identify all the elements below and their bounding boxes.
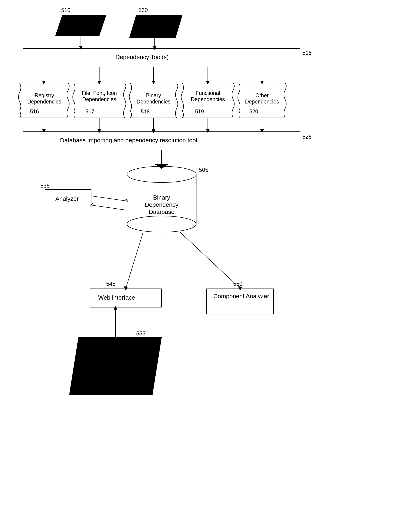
svg-marker-35 — [260, 129, 264, 133]
ref-520: 520 — [249, 109, 258, 115]
ref-525: 525 — [302, 134, 312, 140]
svg-marker-33 — [206, 129, 209, 133]
ref-545: 545 — [106, 281, 115, 287]
svg-marker-17 — [42, 81, 46, 84]
svg-marker-27 — [42, 129, 46, 133]
file-font-dep-label: File, Font, IconDependencies — [75, 90, 124, 103]
svg-line-40 — [92, 205, 127, 210]
svg-marker-13 — [79, 46, 82, 50]
svg-marker-29 — [98, 129, 101, 133]
svg-marker-25 — [260, 81, 264, 84]
svg-point-7 — [127, 216, 196, 232]
other-dep-label: OtherDependencies — [240, 92, 284, 105]
binary-dep-label: BinaryDependencies — [132, 92, 175, 105]
user-input-label: User Input(unresolveddependencies,depend… — [83, 349, 145, 385]
source-code-label: Source Code — [143, 19, 175, 33]
svg-marker-31 — [152, 129, 155, 133]
web-interface-label: Web interface — [98, 294, 135, 301]
svg-line-38 — [91, 196, 126, 201]
ref-518: 518 — [141, 109, 149, 115]
component-analyzer-label: Component Analyzer — [210, 293, 272, 300]
svg-marker-23 — [206, 81, 209, 84]
ref-530: 530 — [139, 7, 148, 13]
diagram: 510 530 Binaries Source Code 515 Depende… — [0, 0, 407, 532]
ref-516: 516 — [30, 109, 39, 115]
registry-dep-label: RegistryDependencies — [21, 92, 67, 105]
svg-line-44 — [180, 232, 240, 288]
db-import-tool-label: Database importing and dependency resolu… — [60, 137, 197, 144]
analyzer-label: Analyzer — [55, 195, 79, 202]
svg-marker-37 — [155, 164, 169, 169]
svg-line-42 — [126, 232, 143, 288]
svg-marker-19 — [98, 81, 101, 84]
svg-marker-41 — [90, 203, 93, 207]
binary-db-label: BinaryDependencyDatabase — [139, 194, 185, 215]
ref-519: 519 — [195, 109, 204, 115]
ref-510: 510 — [61, 7, 70, 13]
ref-517: 517 — [86, 109, 94, 115]
ref-515: 515 — [302, 50, 312, 56]
ref-555: 555 — [136, 330, 145, 337]
binaries-label: Binaries — [68, 22, 90, 29]
svg-marker-47 — [114, 306, 117, 310]
svg-marker-15 — [153, 46, 156, 50]
svg-marker-39 — [125, 199, 128, 202]
ref-535: 535 — [40, 183, 50, 189]
dependency-tools-label: Dependency Tool(s) — [115, 54, 169, 61]
functional-dep-label: FunctionalDependencies — [183, 90, 233, 103]
arrows-svg — [0, 0, 407, 532]
svg-point-4 — [127, 166, 196, 183]
ref-550: 550 — [233, 281, 243, 287]
ref-505: 505 — [199, 167, 208, 173]
svg-marker-43 — [124, 286, 128, 290]
svg-marker-21 — [152, 81, 155, 84]
